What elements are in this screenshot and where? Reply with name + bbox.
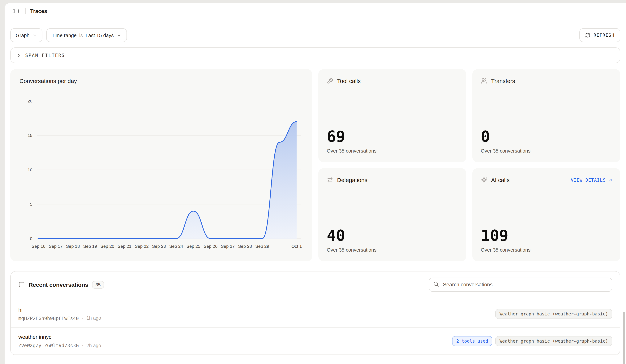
conversation-title: weather innyc [18,334,101,340]
tools-used-badge: 2 tools used [452,336,492,346]
recent-conversations-card: Recent conversations 35 himqHZP2EGh9h9Bp… [10,271,620,355]
view-details-link[interactable]: VIEW DETAILS [571,177,613,183]
span-filters-toggle[interactable]: SPAN FILTERS [10,47,620,63]
stat-value: 69 [327,129,459,144]
refresh-button[interactable]: REFRESH [579,28,620,42]
chevron-down-icon [32,33,37,38]
svg-text:Sep 16: Sep 16 [32,244,45,249]
meta-separator: · [82,316,83,321]
graph-dropdown-label: Graph [16,32,29,38]
svg-text:Sep 18: Sep 18 [66,244,80,249]
stat-value: 40 [327,228,459,243]
chevron-down-icon [116,33,121,38]
svg-text:Oct 1: Oct 1 [291,244,302,249]
stat-subtitle: Over 35 conversations [327,247,459,253]
svg-text:Sep 22: Sep 22 [135,244,149,249]
refresh-button-label: REFRESH [593,33,615,38]
search-conversations-input[interactable] [429,278,612,292]
stat-value: 0 [481,129,613,144]
swap-arrows-icon [327,177,333,183]
conversation-id: mqHZP2EGh9h9BpFEwEs40 [18,315,79,321]
conversation-count-badge: 35 [92,281,104,288]
conversation-row[interactable]: weather innycZVeWXgZy_Z6WltVd73s3G·2h ag… [11,327,620,355]
vertical-scrollbar-thumb[interactable] [623,312,625,364]
app-panel: Traces Graph Time range is Last 15 days … [4,3,626,364]
stat-subtitle: Over 35 conversations [481,148,613,154]
svg-text:Sep 29: Sep 29 [255,244,269,249]
sidebar-toggle-button[interactable] [11,6,21,16]
stat-subtitle: Over 35 conversations [327,148,459,154]
stat-title: Delegations [337,177,459,183]
time-range-operator: is [79,32,83,38]
top-bar: Traces [4,3,626,19]
conversations-chart-svg: 05101520Sep 16Sep 17Sep 18Sep 19Sep 20Se… [17,88,306,258]
svg-text:15: 15 [28,133,32,138]
conversations-chart-card: Conversations per day 05101520Sep 16Sep … [10,69,312,261]
stat-grid: Tool calls 69 Over 35 conversations Tran… [318,69,620,261]
conversations-chart: 05101520Sep 16Sep 17Sep 18Sep 19Sep 20Se… [17,88,306,258]
dashboard-grid: Conversations per day 05101520Sep 16Sep … [10,69,620,261]
svg-text:Sep 27: Sep 27 [221,244,235,249]
span-filters-label: SPAN FILTERS [25,53,65,58]
svg-text:5: 5 [30,202,33,207]
conversation-time: 1h ago [86,316,101,321]
conversation-id: ZVeWXgZy_Z6WltVd73s3G [18,343,79,348]
graph-dropdown-button[interactable]: Graph [10,28,42,42]
stat-title: AI calls [491,177,567,183]
svg-text:Sep 19: Sep 19 [83,244,97,249]
meta-separator: · [82,343,83,348]
stat-card-transfers: Transfers 0 Over 35 conversations [472,69,620,162]
svg-text:Sep 20: Sep 20 [100,244,114,249]
svg-text:Sep 28: Sep 28 [238,244,252,249]
stat-subtitle: Over 35 conversations [481,247,613,253]
arrow-up-right-icon [608,178,613,182]
svg-text:Sep 26: Sep 26 [204,244,217,249]
filter-row: Graph Time range is Last 15 days REFRESH [4,19,626,42]
header-divider [25,8,26,14]
agent-badge: Weather graph basic (weather-graph-basic… [495,309,612,319]
svg-text:Sep 17: Sep 17 [49,244,63,249]
view-details-label: VIEW DETAILS [571,177,606,183]
time-range-value: Last 15 days [86,32,114,38]
sparkles-icon [481,177,487,183]
chevron-right-icon [16,53,21,58]
svg-text:10: 10 [28,167,32,172]
stat-title: Transfers [491,78,613,84]
svg-text:Sep 23: Sep 23 [152,244,166,249]
stat-card-delegations: Delegations 40 Over 35 conversations [318,168,466,261]
time-range-filter-button[interactable]: Time range is Last 15 days [46,28,127,42]
conversation-time: 2h ago [86,343,101,348]
svg-text:Sep 25: Sep 25 [187,244,200,249]
stat-card-tool-calls: Tool calls 69 Over 35 conversations [318,69,466,162]
refresh-icon [585,33,590,38]
stat-title: Tool calls [337,78,459,84]
chat-bubble-icon [18,282,25,288]
search-icon [433,281,439,289]
svg-text:Sep 21: Sep 21 [117,244,131,249]
stat-value: 109 [481,228,613,243]
panel-left-icon [12,7,19,14]
recent-conversations-title: Recent conversations [29,282,88,288]
agent-badge: Weather graph basic (weather-graph-basic… [495,336,612,346]
users-icon [481,78,487,84]
stat-card-ai-calls: AI calls VIEW DETAILS 109 Over 35 conver… [472,168,620,261]
svg-text:Sep 24: Sep 24 [169,244,183,249]
page-title: Traces [30,8,47,14]
svg-text:0: 0 [30,236,33,241]
time-range-label: Time range [52,32,77,38]
chart-title: Conversations per day [19,78,306,84]
recent-conversations-header: Recent conversations 35 [11,272,620,300]
wrench-icon [327,78,333,84]
svg-text:20: 20 [28,98,32,103]
conversation-list: himqHZP2EGh9h9BpFEwEs40·1h agoWeather gr… [11,300,620,355]
conversation-row[interactable]: himqHZP2EGh9h9BpFEwEs40·1h agoWeather gr… [11,300,620,327]
conversation-title: hi [18,306,101,313]
